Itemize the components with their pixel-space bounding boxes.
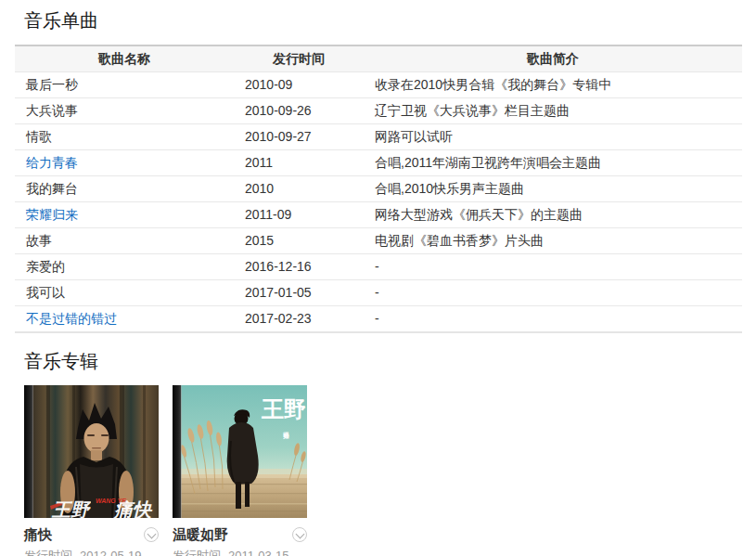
release-date-label: 发行时间: [24, 549, 72, 556]
table-row: 不是过错的错过2017-02-23-: [15, 306, 742, 333]
song-link[interactable]: 荣耀归来: [26, 207, 78, 222]
release-date-cell: 2010-09-27: [234, 124, 364, 150]
song-link[interactable]: 给力青春: [26, 155, 78, 170]
song-desc-cell: -: [364, 254, 742, 280]
release-date-value: 2012-05-19: [80, 549, 142, 556]
albums-section: 音乐专辑: [24, 350, 742, 556]
album-title-row: 痛快: [24, 526, 159, 542]
col-header-song-desc: 歌曲简介: [364, 45, 742, 72]
page-content: 音乐单曲 歌曲名称 发行时间 歌曲简介 最后一秒2010-09收录在2010快男…: [0, 0, 756, 556]
song-desc-cell: 网路可以试听: [364, 124, 742, 150]
release-date-cell: 2010: [234, 176, 364, 202]
singles-table: 歌曲名称 发行时间 歌曲简介 最后一秒2010-09收录在2010快男合辑《我的…: [15, 45, 742, 333]
song-name-cell: 荣耀归来: [15, 202, 234, 228]
table-row: 亲爱的2016-12-16-: [15, 254, 742, 280]
singles-section: 音乐单曲 歌曲名称 发行时间 歌曲简介 最后一秒2010-09收录在2010快男…: [15, 9, 742, 333]
singles-section-title: 音乐单曲: [24, 9, 742, 32]
table-row: 最后一秒2010-09收录在2010快男合辑《我的舞台》专辑中: [15, 72, 742, 98]
album-release-row: 发行时间2011-03-15: [173, 549, 307, 556]
song-desc-cell: 收录在2010快男合辑《我的舞台》专辑中: [364, 72, 742, 98]
release-date-label: 发行时间: [173, 549, 221, 556]
release-date-cell: 2015: [234, 228, 364, 254]
album-cover-tongkuai[interactable]: 王野 WANG YE 痛快: [24, 385, 159, 518]
cover-text-artist: 王野: [261, 396, 306, 421]
song-name-cell: 大兵说事: [15, 98, 234, 124]
release-date-cell: 2011-09: [234, 202, 364, 228]
album-title-link[interactable]: 痛快: [24, 526, 52, 542]
song-desc-cell: 电视剧《碧血书香梦》片头曲: [364, 228, 742, 254]
album-card: 王野 温暖如野 温暖如野 发行时间2011-03-15: [173, 385, 307, 556]
release-date-cell: 2016-12-16: [234, 254, 364, 280]
table-row: 情歌2010-09-27网路可以试听: [15, 124, 742, 150]
song-name-cell: 亲爱的: [15, 254, 234, 280]
release-date-cell: 2011: [234, 150, 364, 176]
song-desc-cell: -: [364, 280, 742, 306]
table-row: 我可以2017-01-05-: [15, 280, 742, 306]
chevron-down-icon[interactable]: [292, 527, 307, 542]
song-desc-cell: -: [364, 306, 742, 333]
release-date-cell: 2010-09-26: [234, 98, 364, 124]
table-row: 荣耀归来2011-09网络大型游戏《佣兵天下》的主题曲: [15, 202, 742, 228]
song-name-cell: 给力青春: [15, 150, 234, 176]
song-name-cell: 我的舞台: [15, 176, 234, 202]
song-name-cell: 最后一秒: [15, 72, 234, 98]
song-desc-cell: 合唱,2010快乐男声主题曲: [364, 176, 742, 202]
song-link[interactable]: 不是过错的错过: [26, 311, 117, 326]
album-cover-art-wennuanruye: 王野 温暖如野: [173, 385, 307, 518]
release-date-cell: 2017-01-05: [234, 280, 364, 306]
album-card: 王野 WANG YE 痛快 痛快 发行时间2012-05-19: [24, 385, 159, 556]
cover-text-artist: 王野: [51, 499, 91, 518]
release-date-cell: 2010-09: [234, 72, 364, 98]
release-date-cell: 2017-02-23: [234, 306, 364, 333]
album-release-row: 发行时间2012-05-19: [24, 549, 159, 556]
table-row: 大兵说事2010-09-26辽宁卫视《大兵说事》栏目主题曲: [15, 98, 742, 124]
song-desc-cell: 合唱,2011年湖南卫视跨年演唱会主题曲: [364, 150, 742, 176]
albums-row: 王野 WANG YE 痛快 痛快 发行时间2012-05-19: [24, 385, 742, 556]
album-title-link[interactable]: 温暖如野: [173, 526, 228, 542]
col-header-release-date: 发行时间: [234, 45, 364, 72]
table-row: 故事2015电视剧《碧血书香梦》片头曲: [15, 228, 742, 254]
albums-section-title: 音乐专辑: [24, 350, 742, 372]
song-name-cell: 情歌: [15, 124, 234, 150]
cover-text-title: 痛快: [113, 499, 153, 518]
song-name-cell: 故事: [15, 228, 234, 254]
album-title-row: 温暖如野: [173, 526, 307, 542]
table-row: 我的舞台2010合唱,2010快乐男声主题曲: [15, 176, 742, 202]
release-date-value: 2011-03-15: [228, 549, 289, 556]
table-header-row: 歌曲名称 发行时间 歌曲简介: [15, 45, 742, 72]
album-cover-wennuanruye[interactable]: 王野 温暖如野: [173, 385, 307, 518]
song-desc-cell: 网络大型游戏《佣兵天下》的主题曲: [364, 202, 742, 228]
table-row: 给力青春2011合唱,2011年湖南卫视跨年演唱会主题曲: [15, 150, 742, 176]
album-cover-art-tongkuai: 王野 WANG YE 痛快: [24, 385, 159, 518]
col-header-song-name: 歌曲名称: [15, 45, 234, 72]
song-desc-cell: 辽宁卫视《大兵说事》栏目主题曲: [364, 98, 742, 124]
song-name-cell: 我可以: [15, 280, 234, 306]
chevron-down-icon[interactable]: [144, 527, 159, 542]
song-name-cell: 不是过错的错过: [15, 306, 234, 333]
singles-table-body: 最后一秒2010-09收录在2010快男合辑《我的舞台》专辑中大兵说事2010-…: [15, 72, 742, 333]
